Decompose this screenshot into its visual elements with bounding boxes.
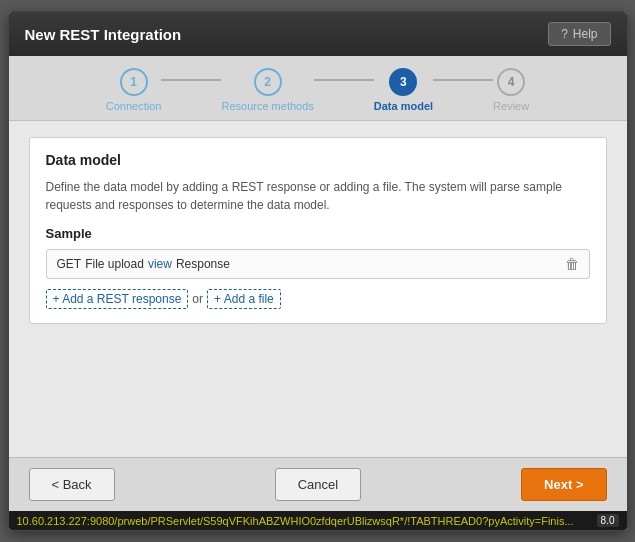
status-bar: 10.60.213.227:9080/prweb/PRServlet/S59qV… xyxy=(9,511,627,530)
step-3-label: Data model xyxy=(374,100,433,112)
delete-icon[interactable]: 🗑 xyxy=(565,256,579,272)
step-1-label: Connection xyxy=(106,100,162,112)
help-label: Help xyxy=(573,27,598,41)
add-rest-link[interactable]: + Add a REST response xyxy=(46,289,189,309)
dialog-container: New REST Integration ? Help 1 Connection… xyxy=(8,11,628,531)
connector-3-4 xyxy=(433,79,493,81)
steps-bar: 1 Connection 2 Resource methods 3 Data m… xyxy=(9,56,627,121)
help-button[interactable]: ? Help xyxy=(548,22,610,46)
step-2-label: Resource methods xyxy=(221,100,313,112)
view-link[interactable]: view xyxy=(148,257,172,271)
step-3-circle: 3 xyxy=(389,68,417,96)
dialog-body: Data model Define the data model by addi… xyxy=(9,121,627,457)
dialog-header: New REST Integration ? Help xyxy=(9,12,627,56)
status-version: 8.0 xyxy=(597,514,619,527)
section-title: Data model xyxy=(46,152,590,168)
dialog-footer: < Back Cancel Next > xyxy=(9,457,627,511)
status-url: 10.60.213.227:9080/prweb/PRServlet/S59qV… xyxy=(17,515,574,527)
step-4-circle: 4 xyxy=(497,68,525,96)
sample-label: Sample xyxy=(46,226,590,241)
step-2: 2 Resource methods xyxy=(221,68,313,112)
section-box: Data model Define the data model by addi… xyxy=(29,137,607,324)
add-links: + Add a REST response or + Add a file xyxy=(46,289,590,309)
back-button[interactable]: < Back xyxy=(29,468,115,501)
step-2-circle: 2 xyxy=(254,68,282,96)
step-4-label: Review xyxy=(493,100,529,112)
step-4: 4 Review xyxy=(493,68,529,112)
step-1: 1 Connection xyxy=(106,68,162,112)
sample-row: GET File upload view Response 🗑 xyxy=(46,249,590,279)
next-button[interactable]: Next > xyxy=(521,468,606,501)
sample-type: Response xyxy=(176,257,230,271)
add-or-text: or xyxy=(192,292,203,306)
sample-row-left: GET File upload view Response xyxy=(57,257,230,271)
section-desc: Define the data model by adding a REST r… xyxy=(46,178,590,214)
connector-2-3 xyxy=(314,79,374,81)
sample-name: File upload xyxy=(85,257,144,271)
cancel-button[interactable]: Cancel xyxy=(275,468,361,501)
sample-method: GET xyxy=(57,257,82,271)
dialog-title: New REST Integration xyxy=(25,26,182,43)
add-file-link[interactable]: + Add a file xyxy=(207,289,281,309)
help-icon: ? xyxy=(561,27,568,41)
step-3: 3 Data model xyxy=(374,68,433,112)
step-1-circle: 1 xyxy=(120,68,148,96)
connector-1-2 xyxy=(161,79,221,81)
